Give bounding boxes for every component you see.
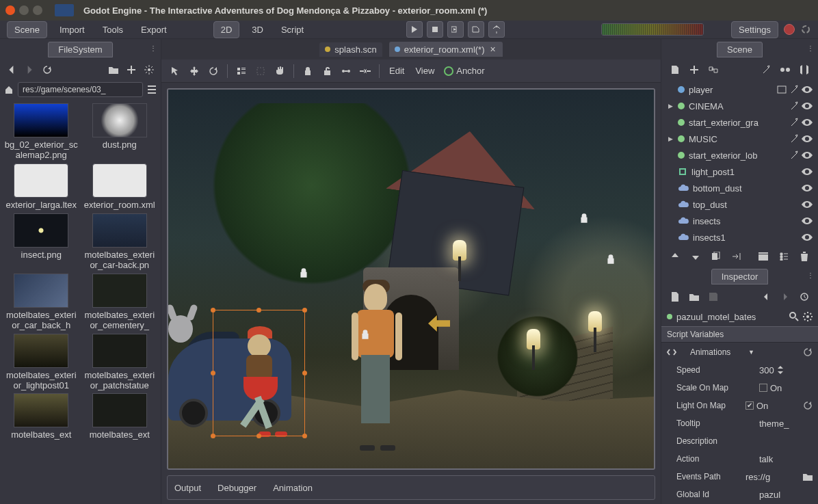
move-up-icon[interactable]: [667, 248, 683, 265]
chevron-down-icon[interactable]: ▼: [748, 349, 754, 356]
menu-import[interactable]: Import: [54, 22, 90, 38]
reparent-icon[interactable]: [728, 248, 745, 265]
menu-tools[interactable]: Tools: [97, 22, 129, 38]
fs-item[interactable]: insect.png: [4, 213, 79, 271]
visibility-icon[interactable]: [802, 199, 813, 210]
play-scene-button[interactable]: [447, 21, 464, 38]
insp-back-icon[interactable]: [758, 289, 774, 305]
tab-debugger[interactable]: Debugger: [217, 483, 256, 493]
fs-back-button[interactable]: [4, 62, 19, 77]
remote-debug-button[interactable]: [488, 21, 505, 38]
menu-export[interactable]: Export: [135, 22, 172, 38]
reset-icon[interactable]: [803, 401, 813, 410]
attach-script-icon[interactable]: [758, 62, 774, 78]
tree-filter-icon[interactable]: [776, 248, 792, 265]
script-icon[interactable]: [789, 118, 799, 127]
play-custom-button[interactable]: [468, 21, 484, 38]
dock-options-icon[interactable]: ⋮: [150, 44, 157, 52]
visibility-icon[interactable]: [802, 84, 813, 95]
reset-icon[interactable]: [803, 347, 813, 357]
ungroup-tool-icon[interactable]: [357, 63, 373, 79]
group-tool-icon[interactable]: [338, 63, 354, 79]
insp-open-icon[interactable]: [686, 289, 702, 305]
settings-button[interactable]: Settings: [731, 21, 778, 38]
tab-output[interactable]: Output: [174, 483, 201, 493]
fs-forward-button[interactable]: [22, 62, 37, 77]
fs-add-icon[interactable]: [124, 62, 139, 77]
stop-button[interactable]: [427, 21, 443, 38]
fs-item[interactable]: motelbates_exterior_lightpost01: [4, 334, 79, 391]
visibility-icon[interactable]: [802, 101, 813, 111]
scene-node-row[interactable]: start_exterior_gra: [664, 114, 815, 131]
insp-fwd-icon[interactable]: [777, 289, 793, 305]
property-value[interactable]: pazul: [759, 490, 813, 500]
scene-node-row[interactable]: top_dust: [664, 196, 815, 213]
script-icon[interactable]: [789, 134, 799, 144]
fs-item[interactable]: motelbates_exterior_car-back.pn: [83, 213, 157, 271]
window-minimize-button[interactable]: [19, 5, 29, 15]
property-value[interactable]: On: [746, 401, 799, 411]
unlock-tool-icon[interactable]: [319, 63, 335, 79]
rotate-tool-icon[interactable]: [205, 63, 222, 79]
spinner-arrows-icon[interactable]: [777, 366, 784, 374]
property-value[interactable]: res://g: [746, 472, 799, 482]
expand-icon[interactable]: ▶: [667, 103, 674, 109]
menu-scene[interactable]: Scene: [7, 21, 47, 38]
script-icon[interactable]: [789, 150, 799, 160]
scene-node-row[interactable]: insects1: [664, 229, 815, 246]
fs-settings-icon[interactable]: [142, 62, 157, 77]
tab-animation[interactable]: Animation: [273, 483, 313, 493]
fs-item[interactable]: motelbates_exterior_patchstatue: [83, 334, 157, 391]
property-value[interactable]: On: [759, 383, 813, 393]
fs-item[interactable]: motelbates_exterior_cementery_: [83, 274, 157, 331]
scene-node-row[interactable]: light_post1: [664, 163, 815, 180]
inspector-tab[interactable]: Inspector: [711, 269, 768, 284]
mode-script[interactable]: Script: [276, 22, 309, 38]
checkbox[interactable]: [759, 384, 767, 392]
new-node-icon[interactable]: [667, 62, 683, 78]
gear-icon[interactable]: [803, 312, 813, 321]
fs-path-input[interactable]: [18, 82, 143, 97]
property-value[interactable]: ▼: [746, 349, 799, 356]
lock-tool-icon[interactable]: [300, 63, 316, 79]
insp-save-icon[interactable]: [705, 289, 722, 305]
duplicate-icon[interactable]: [708, 248, 724, 265]
fs-item[interactable]: dust.png: [83, 103, 157, 161]
error-indicator-icon[interactable]: [784, 24, 795, 35]
window-close-button[interactable]: [5, 5, 15, 15]
checkbox[interactable]: [746, 401, 754, 410]
visibility-icon[interactable]: [802, 232, 813, 243]
scene-node-row[interactable]: start_exterior_lob: [664, 147, 815, 163]
visibility-icon[interactable]: [802, 166, 813, 177]
list-select-icon[interactable]: [233, 63, 250, 79]
inspector-section[interactable]: Script Variables: [661, 326, 818, 343]
property-value[interactable]: theme_: [759, 419, 813, 429]
window-maximize-button[interactable]: [33, 5, 42, 15]
add-node-icon[interactable]: [686, 62, 702, 78]
fs-view-list-icon[interactable]: [147, 85, 157, 94]
groups-icon[interactable]: [796, 62, 813, 78]
scene-node-row[interactable]: insects: [664, 213, 815, 229]
script-icon[interactable]: [789, 101, 799, 111]
viewport-2d[interactable]: [167, 88, 655, 470]
fs-refresh-icon[interactable]: [40, 62, 55, 77]
delete-node-icon[interactable]: [796, 248, 813, 265]
scene-node-row[interactable]: ▶MUSIC: [664, 131, 815, 147]
viewport-edit-menu[interactable]: Edit: [385, 63, 408, 79]
move-tool-icon[interactable]: [186, 63, 202, 79]
fs-item[interactable]: motelbates_ext: [4, 393, 79, 440]
viewport-view-menu[interactable]: View: [411, 63, 438, 79]
tab-close-icon[interactable]: ×: [489, 44, 497, 55]
visibility-icon[interactable]: [802, 183, 813, 194]
property-value[interactable]: 300: [759, 365, 813, 375]
scene-tab-splash[interactable]: splash.scn: [319, 42, 382, 57]
insp-history-icon[interactable]: [796, 289, 813, 305]
scene-node-row[interactable]: ▶CINEMA: [664, 98, 815, 114]
dock-options-icon[interactable]: ⋮: [807, 271, 814, 279]
anchor-dropdown[interactable]: Anchor: [444, 66, 484, 76]
visibility-icon[interactable]: [802, 133, 813, 144]
snap-config-icon[interactable]: [252, 63, 269, 79]
filesystem-tab[interactable]: FileSystem: [48, 42, 112, 57]
visibility-icon[interactable]: [802, 117, 813, 128]
fs-item[interactable]: exterior_larga.ltex: [4, 163, 79, 211]
